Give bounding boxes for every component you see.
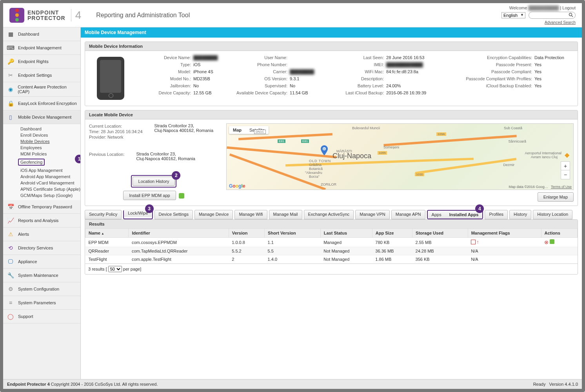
val-model: iPhone 4S [193, 69, 233, 75]
lock-icon: 🔒 [6, 99, 15, 108]
nav-endpoint-rights[interactable]: 🔑Endpoint Rights [3, 55, 80, 69]
mobile-icon: ▯ [6, 113, 15, 121]
zoom-in-button[interactable]: + [561, 162, 570, 170]
tab-manage-wifi[interactable]: Manage Wifi [234, 210, 267, 219]
subnav-apns[interactable]: APNS Certificate Setup (Apple) [20, 186, 80, 192]
val-battery: 24.00% [386, 83, 425, 89]
subnav-android-vcard[interactable]: Android vCard Management [20, 180, 80, 186]
tab-manage-vpn[interactable]: Manage VPN [355, 210, 389, 219]
val-avail: 11.54 GB [290, 90, 329, 96]
nav-maintenance[interactable]: 🔧System Maintenance [3, 269, 80, 282]
nav-configuration[interactable]: ⚙System Configuration [3, 282, 80, 296]
logo-icon [9, 8, 24, 23]
subnav-mobile-devices[interactable]: Mobile Devices [20, 138, 80, 145]
city-label: Cluj-Napoca [332, 152, 371, 160]
current-address-1: Strada Croitorilor 23, [154, 123, 213, 128]
subnav-dashboard[interactable]: Dashboard [20, 126, 80, 132]
nav-mdm[interactable]: ▯Mobile Device Management [3, 110, 80, 124]
col-short-version[interactable]: Short Version [265, 229, 321, 238]
val-carrier: ████████ [290, 69, 329, 75]
nav-parameters[interactable]: ≡System Parameters [3, 296, 80, 310]
col-identifier[interactable]: Identifier [129, 229, 229, 238]
nav-appliance[interactable]: 🖵Appliance [3, 255, 80, 269]
col-actions[interactable]: Actions [541, 229, 577, 238]
tab-manage-apn[interactable]: Manage APN [391, 210, 425, 219]
nav-reports[interactable]: 📈Reports and Analysis [3, 214, 80, 228]
device-info-panel: Mobile Device Information Device Name:██… [85, 42, 578, 106]
page-size-select[interactable]: 50 [108, 266, 122, 272]
col-app-size[interactable]: App Size [372, 229, 412, 238]
page-title: Mobile Device Management [81, 27, 582, 38]
callout-3: 3 [145, 204, 154, 213]
val-wifi: 84:fc:fe:d8:23:8a [386, 69, 425, 75]
sliders-icon: ≡ [6, 298, 15, 307]
location-provider: Provider: Network [89, 134, 143, 140]
subnav-android-app[interactable]: Android App Management [20, 173, 80, 180]
tab-manage-device[interactable]: Manage Device [194, 210, 233, 219]
flag-box-icon [471, 240, 476, 244]
val-icloud-en: Yes [534, 83, 574, 89]
col-version[interactable]: Version [229, 229, 264, 238]
svg-text:B: B [323, 147, 325, 151]
grid-icon: ▦ [6, 30, 15, 38]
footer-copyright: Copyright 2004 - 2016 CoSoSys Ltd. All r… [50, 382, 158, 387]
map[interactable]: Map Satellite Bulevardul Muncii [226, 123, 574, 190]
lifebuoy-icon: ◯ [6, 312, 15, 321]
device-info-header: Mobile Device Information [85, 42, 578, 51]
device-image [97, 57, 124, 100]
subnav-employees[interactable]: Employees [20, 145, 80, 151]
val-imei: ████████████ [386, 62, 425, 68]
action-ok-icon[interactable] [550, 239, 554, 244]
tab-history[interactable]: History [509, 210, 531, 219]
pegman-icon[interactable]: ◆ [565, 151, 569, 159]
subnav-geofencing[interactable]: Geofencing [18, 159, 45, 166]
tab-manage-mail[interactable]: Manage Mail [269, 210, 302, 219]
advanced-search-link[interactable]: Advanced Search [545, 20, 576, 25]
nav-cap[interactable]: ◉Content Aware Protection (CAP) [3, 82, 80, 97]
tab-security-policy[interactable]: Security Policy [85, 210, 122, 219]
zoom-out-button[interactable]: − [561, 170, 570, 179]
subnav-mdm-policies[interactable]: MDM Policies [20, 151, 80, 157]
nav-support[interactable]: ◯Support [3, 310, 80, 323]
tab-apps[interactable]: Apps [428, 211, 445, 219]
table-row[interactable]: QRReader com.TapMediaLtd.QRReader 5.5.2 … [85, 247, 578, 255]
callout-2: 2 [172, 171, 180, 180]
col-storage-used[interactable]: Storage Used [412, 229, 468, 238]
nav-endpoint-management[interactable]: ⌨Endpoint Management [3, 41, 80, 55]
search-icon[interactable] [569, 13, 573, 18]
location-history-button[interactable]: Location History [133, 177, 175, 186]
tab-history-location[interactable]: History Location [533, 210, 572, 219]
locate-panel: Locate Mobile Device Current Location: T… [85, 110, 578, 206]
nav-easylock[interactable]: 🔒EasyLock Enforced Encryption [3, 97, 80, 110]
terms-link[interactable]: Terms of Use [551, 185, 572, 189]
nav-endpoint-settings[interactable]: ✂Endpoint Settings [3, 69, 80, 82]
current-location-label: Current Location: [89, 123, 143, 129]
header-bar: ENDPOINT PROTECTOR 4 Reporting and Admin… [3, 3, 582, 27]
map-zoom: + − [561, 161, 570, 179]
nav-dashboard[interactable]: ▦Dashboard [3, 27, 80, 41]
subnav-ios-app[interactable]: iOS App Management [20, 167, 80, 173]
nav-offline-password[interactable]: 📅Offline Temporary Password [3, 200, 80, 214]
val-last-seen: 28 June 2016 16:53 [386, 55, 425, 61]
col-mgmt-flags[interactable]: Management Flags [468, 229, 541, 238]
logout-link[interactable]: Logout [562, 5, 576, 10]
subnav-enroll[interactable]: Enroll Devices [20, 132, 80, 138]
language-select[interactable]: English [501, 12, 525, 18]
val-capacity: 12.55 GB [193, 90, 233, 96]
action-delete-icon[interactable]: ⊗ [544, 239, 549, 245]
nav-alerts[interactable]: ⚠Alerts [3, 228, 80, 241]
val-user-name [290, 55, 329, 61]
table-row[interactable]: EPP MDM com.cososys.EPPMDM 1.0.0.8 1.1 M… [85, 238, 578, 247]
tab-exchange[interactable]: Exchange ActiveSync [304, 210, 354, 219]
tab-profiles[interactable]: Profiles [485, 210, 508, 219]
install-mdm-button[interactable]: Install EPP MDM app [123, 191, 176, 200]
table-row[interactable]: TestFlight com.apple.TestFlight 2 1.4.0 … [85, 255, 578, 264]
col-last-status[interactable]: Last Status [320, 229, 372, 238]
tab-device-settings[interactable]: Device Settings [154, 210, 193, 219]
val-model-no: MD235B [193, 76, 233, 82]
subnav-gcm[interactable]: GCM/Maps Setup (Google) [20, 192, 80, 199]
enlarge-map-button[interactable]: Enlarge Map [538, 192, 574, 202]
col-name[interactable]: Name▲ [85, 229, 129, 238]
val-pc-present: Yes [534, 62, 574, 68]
nav-directory[interactable]: ⟲Directory Services [3, 241, 80, 255]
